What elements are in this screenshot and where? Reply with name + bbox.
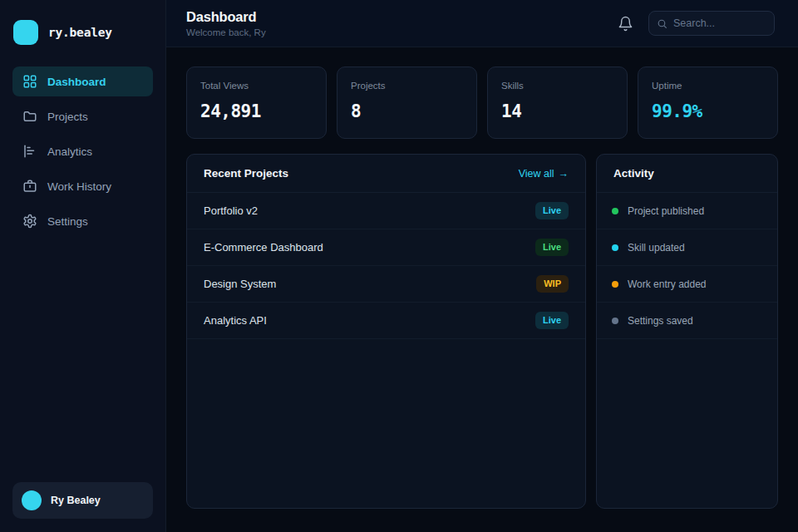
stat-label: Uptime bbox=[652, 81, 764, 91]
sidebar-item-work-history[interactable]: Work History bbox=[12, 171, 153, 201]
main-column: Dashboard Welcome back, Ry Total Views 2… bbox=[166, 0, 798, 532]
activity-panel: Activity Project published Skill updated… bbox=[596, 154, 778, 509]
title-block: Dashboard Welcome back, Ry bbox=[186, 9, 618, 37]
sidebar-nav: Dashboard Projects Analytics Work Histor… bbox=[12, 66, 153, 236]
activity-text: Project published bbox=[628, 205, 704, 217]
status-badge: Live bbox=[535, 312, 569, 328]
avatar bbox=[22, 490, 42, 510]
activity-header: Activity bbox=[597, 155, 777, 193]
content-area: Total Views 24,891 Projects 8 Skills 14 … bbox=[166, 47, 798, 532]
stat-value: 14 bbox=[501, 101, 613, 121]
sidebar-item-projects[interactable]: Projects bbox=[12, 101, 153, 131]
panel-title: Recent Projects bbox=[204, 167, 288, 180]
brand-logo-icon bbox=[13, 20, 38, 45]
activity-text: Skill updated bbox=[628, 242, 685, 254]
sidebar-item-label: Analytics bbox=[47, 145, 92, 158]
user-name: Ry Bealey bbox=[51, 495, 101, 506]
stat-value: 8 bbox=[351, 101, 463, 121]
dashboard-grid-icon bbox=[22, 74, 37, 89]
activity-text: Work entry added bbox=[628, 278, 707, 290]
bell-icon bbox=[618, 16, 633, 32]
sidebar-item-label: Dashboard bbox=[47, 76, 106, 88]
recent-projects-panel: Recent Projects View all → Portfolio v2 … bbox=[186, 154, 586, 509]
panel-title: Activity bbox=[613, 167, 654, 180]
page-subtitle: Welcome back, Ry bbox=[186, 27, 618, 37]
topbar: Dashboard Welcome back, Ry bbox=[166, 0, 798, 47]
activity-item: Settings saved bbox=[597, 303, 777, 339]
stat-label: Total Views bbox=[200, 81, 313, 91]
sidebar-item-label: Settings bbox=[47, 215, 88, 228]
stat-card-skills: Skills 14 bbox=[487, 66, 628, 139]
briefcase-icon bbox=[22, 179, 37, 194]
project-name: E-Commerce Dashboard bbox=[204, 241, 323, 254]
stat-value: 99.9% bbox=[652, 101, 764, 121]
project-row[interactable]: Design System WIP bbox=[187, 266, 585, 303]
bar-chart-icon bbox=[22, 144, 37, 159]
project-name: Design System bbox=[204, 278, 276, 290]
status-badge: Live bbox=[535, 239, 569, 255]
stat-card-total-views: Total Views 24,891 bbox=[186, 66, 327, 139]
arrow-right-icon: → bbox=[559, 168, 569, 180]
project-row[interactable]: Portfolio v2 Live bbox=[187, 193, 585, 229]
brand-name: ry.bealey bbox=[48, 26, 112, 39]
search-icon bbox=[657, 18, 667, 29]
activity-item: Skill updated bbox=[597, 229, 777, 266]
stat-value: 24,891 bbox=[200, 101, 313, 121]
sidebar-item-label: Work History bbox=[47, 180, 111, 193]
status-badge: WIP bbox=[536, 275, 569, 292]
user-card[interactable]: Ry Bealey bbox=[12, 482, 153, 519]
search-box bbox=[648, 11, 775, 36]
status-dot bbox=[612, 318, 618, 324]
sidebar-item-dashboard[interactable]: Dashboard bbox=[12, 66, 153, 96]
sidebar-item-label: Projects bbox=[47, 111, 88, 123]
view-all-label: View all bbox=[519, 168, 554, 180]
status-dot bbox=[612, 281, 618, 288]
activity-text: Settings saved bbox=[628, 315, 693, 327]
status-badge: Live bbox=[535, 202, 569, 219]
view-all-link[interactable]: View all → bbox=[519, 168, 569, 180]
project-name: Portfolio v2 bbox=[204, 204, 258, 217]
sidebar: ry.bealey Dashboard Projects Analytics W… bbox=[0, 0, 166, 532]
sidebar-item-settings[interactable]: Settings bbox=[12, 206, 153, 236]
gear-icon bbox=[22, 214, 37, 229]
project-row[interactable]: Analytics API Live bbox=[187, 303, 585, 339]
stat-card-uptime: Uptime 99.9% bbox=[638, 66, 778, 139]
status-dot bbox=[612, 244, 618, 251]
stats-grid: Total Views 24,891 Projects 8 Skills 14 … bbox=[186, 66, 778, 139]
status-dot bbox=[612, 208, 618, 214]
project-row[interactable]: E-Commerce Dashboard Live bbox=[187, 229, 585, 266]
project-name: Analytics API bbox=[204, 314, 267, 327]
search-input[interactable] bbox=[649, 12, 774, 35]
folder-icon bbox=[22, 109, 37, 124]
recent-projects-header: Recent Projects View all → bbox=[187, 155, 585, 193]
stat-label: Skills bbox=[501, 81, 613, 91]
panels-row: Recent Projects View all → Portfolio v2 … bbox=[186, 154, 778, 509]
notifications-button[interactable] bbox=[618, 16, 633, 32]
activity-item: Project published bbox=[597, 193, 777, 229]
activity-item: Work entry added bbox=[597, 266, 777, 303]
brand: ry.bealey bbox=[12, 20, 153, 45]
sidebar-item-analytics[interactable]: Analytics bbox=[12, 136, 153, 166]
stat-label: Projects bbox=[351, 81, 463, 91]
stat-card-projects: Projects 8 bbox=[337, 66, 477, 139]
page-title: Dashboard bbox=[186, 9, 618, 25]
